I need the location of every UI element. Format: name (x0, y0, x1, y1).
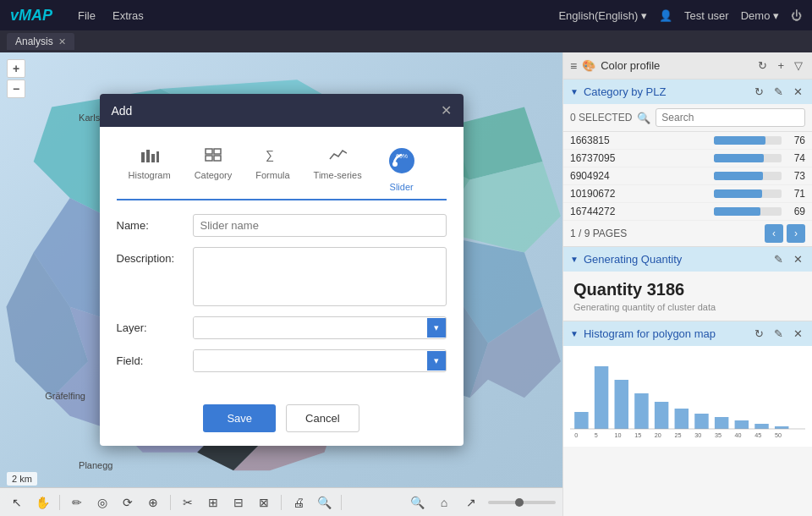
list-bar-4 (714, 189, 762, 198)
tab-category[interactable]: Category (183, 140, 244, 200)
layer-select-wrap: ▾ (193, 316, 447, 339)
cancel-button[interactable]: Cancel (286, 404, 359, 432)
search-input[interactable] (656, 108, 805, 127)
top-nav-right: English(English) ▾ 👤 Test user Demo ▾ ⏻ (558, 9, 802, 22)
list-item[interactable]: 10190672 71 (563, 185, 812, 203)
rotate-tool[interactable]: ⟳ (118, 492, 138, 513)
dialog-close-button[interactable]: ✕ (441, 102, 452, 118)
gen-close-button[interactable]: ✕ (791, 251, 805, 267)
add-tool[interactable]: ⊕ (143, 492, 163, 513)
category-icon (204, 147, 222, 167)
hist-edit-button[interactable]: ✎ (771, 326, 786, 342)
demo-selector[interactable]: Demo ▾ (741, 9, 779, 22)
home-icon[interactable]: ⌂ (434, 492, 454, 513)
zoom-slider[interactable] (488, 501, 556, 504)
color-filter-button[interactable]: ▽ (792, 58, 805, 74)
tab-analysis[interactable]: Analysis ✕ (7, 33, 74, 50)
cut-tool[interactable]: ✂ (178, 492, 198, 513)
color-profile-title: Color profile (601, 59, 750, 72)
slider-icon: 60% (386, 147, 418, 178)
name-label: Name: (117, 214, 184, 232)
name-input[interactable] (193, 214, 447, 237)
zoom-control (488, 492, 556, 513)
share-icon[interactable]: ↗ (461, 492, 481, 513)
color-refresh-button[interactable]: ↻ (755, 58, 770, 74)
list-bar-wrap-1 (714, 136, 782, 145)
user-label[interactable]: Test user (684, 9, 729, 22)
tab-timeseries[interactable]: Time-series (302, 140, 374, 200)
power-icon[interactable]: ⏻ (791, 9, 802, 22)
circle-tool[interactable]: ◎ (92, 492, 112, 513)
search-bar: 0 SELECTED 🔍 (563, 104, 812, 132)
tab-formula-label: Formula (255, 170, 289, 180)
tab-histogram[interactable]: Histogram (117, 140, 183, 200)
category-close-button[interactable]: ✕ (791, 84, 805, 100)
print-tool[interactable]: 🖨 (288, 492, 309, 513)
gen-triangle-icon: ▼ (570, 255, 579, 264)
svg-text:35: 35 (715, 432, 721, 437)
gen-edit-button[interactable]: ✎ (771, 251, 786, 267)
zoom-out-button[interactable]: − (7, 80, 25, 98)
close-tool[interactable]: ⊠ (254, 492, 274, 513)
hist-refresh-button[interactable]: ↻ (752, 326, 766, 342)
svg-rect-45 (754, 424, 768, 429)
search-icon[interactable]: 🔍 (407, 492, 427, 513)
main-content: Karlsfeld Ism sterföhring TRUDERI GIESIN… (0, 52, 812, 516)
description-input[interactable] (193, 247, 447, 306)
prev-page-button[interactable]: ‹ (765, 224, 783, 243)
category-edit-button[interactable]: ✎ (771, 84, 786, 100)
pan-tool[interactable]: ✋ (32, 492, 52, 513)
select-tool[interactable]: ↖ (7, 492, 27, 513)
nav-file[interactable]: File (78, 9, 96, 22)
layer-select-arrow[interactable]: ▾ (427, 318, 446, 338)
color-profile-section: ≡ 🎨 Color profile ↻ + ▽ (563, 52, 812, 80)
list-item[interactable]: 1663815 76 (563, 132, 812, 150)
list-item[interactable]: 16744272 69 (563, 203, 812, 221)
list-item[interactable]: 6904924 73 (563, 167, 812, 185)
nav-extras[interactable]: Extras (112, 9, 144, 22)
category-list: 1663815 76 16737095 74 6904924 (563, 132, 812, 221)
list-val-5: 69 (788, 206, 805, 217)
chevron-down-icon: ▾ (641, 9, 647, 22)
draw-tool[interactable]: ✏ (67, 492, 87, 513)
tab-formula[interactable]: ∑ Formula (244, 140, 301, 200)
language-selector[interactable]: English(English) ▾ (558, 9, 647, 22)
svg-point-35 (392, 162, 398, 167)
svg-text:45: 45 (754, 432, 761, 437)
svg-rect-40 (655, 402, 668, 429)
category-header: ▼ Category by PLZ ↻ ✎ ✕ (563, 80, 812, 104)
zoom-in-button[interactable]: + (7, 59, 25, 78)
svg-text:0: 0 (574, 432, 578, 437)
field-select-arrow[interactable]: ▾ (427, 351, 446, 371)
timeseries-icon (328, 147, 347, 167)
save-button[interactable]: Save (203, 404, 276, 432)
hist-close-button[interactable]: ✕ (791, 326, 805, 342)
generating-quantity-title: Generating Quantity (584, 253, 766, 266)
svg-text:5: 5 (595, 432, 598, 437)
scale-bar: 2 km (7, 472, 37, 486)
category-refresh-button[interactable]: ↻ (752, 84, 766, 100)
list-id-5: 16744272 (570, 206, 714, 217)
list-item[interactable]: 16737095 74 (563, 150, 812, 167)
next-page-button[interactable]: › (787, 224, 805, 243)
list-bar-5 (714, 207, 760, 216)
description-field-row: Description: (117, 247, 447, 306)
map-area[interactable]: Karlsfeld Ism sterföhring TRUDERI GIESIN… (0, 52, 562, 516)
search-zoom-tool[interactable]: 🔍 (314, 492, 334, 513)
svg-rect-27 (156, 151, 159, 162)
svg-rect-36 (574, 412, 588, 429)
grid-tool[interactable]: ⊞ (203, 492, 223, 513)
color-add-button[interactable]: + (775, 58, 787, 74)
tab-slider[interactable]: 60% Slider (374, 140, 430, 200)
hist-triangle-icon: ▼ (570, 329, 579, 338)
list-id-1: 1663815 (570, 134, 714, 146)
minus-tool[interactable]: ⊟ (228, 492, 249, 513)
tab-close-icon[interactable]: ✕ (58, 36, 66, 47)
layer-select[interactable] (194, 317, 427, 338)
histogram-title: Histogram for polygon map (584, 327, 747, 340)
field-select[interactable] (194, 350, 427, 371)
name-field-row: Name: (117, 214, 447, 237)
svg-rect-37 (595, 366, 608, 429)
user-icon: 👤 (659, 9, 672, 22)
svg-text:∑: ∑ (266, 148, 274, 162)
